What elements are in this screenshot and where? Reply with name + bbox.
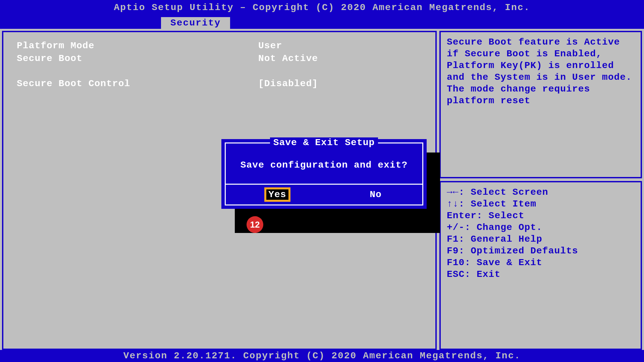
no-button[interactable]: No [370,189,382,200]
hint: F1: General Help [447,233,635,245]
setting-row-spacer [17,65,422,78]
setting-label: Secure Boot Control [17,77,258,90]
tab-bar: Security [0,15,644,29]
hint: F9: Optimized Defaults [447,245,635,257]
setting-value: [Disabled] [258,77,318,90]
version-footer: Version 2.20.1271. Copyright (C) 2020 Am… [0,350,644,362]
tab-security[interactable]: Security [161,17,230,29]
setting-row[interactable]: Secure Boot Not Active [17,52,422,65]
help-text: Secure Boot feature is Active if Secure … [439,31,642,178]
setting-label: Platform Mode [17,40,258,52]
setting-value: Not Active [258,52,318,65]
setting-label: Secure Boot [17,52,258,65]
dialog-title: Save & Exit Setup [226,137,422,148]
step-annotation: 12 [247,216,263,233]
hint: ↑↓: Select Item [447,198,635,210]
hint: +/-: Change Opt. [447,222,635,233]
hint: F10: Save & Exit [447,257,635,268]
setting-row[interactable]: Secure Boot Control [Disabled] [17,77,422,90]
right-panel: Secure Boot feature is Active if Secure … [439,31,642,350]
bios-title: Aptio Setup Utility – Copyright (C) 2020… [0,0,644,15]
hint: →←: Select Screen [447,186,635,198]
setting-value: User [258,40,282,52]
setting-row[interactable]: Platform Mode User [17,40,422,52]
save-exit-dialog: Save & Exit Setup Save configuration and… [221,139,427,209]
hint: Enter: Select [447,210,635,222]
hint: ESC: Exit [447,268,635,280]
key-hints: →←: Select Screen ↑↓: Select Item Enter:… [439,181,642,350]
dialog-message: Save configuration and exit? [226,150,422,184]
yes-button[interactable]: Yes [266,189,288,200]
